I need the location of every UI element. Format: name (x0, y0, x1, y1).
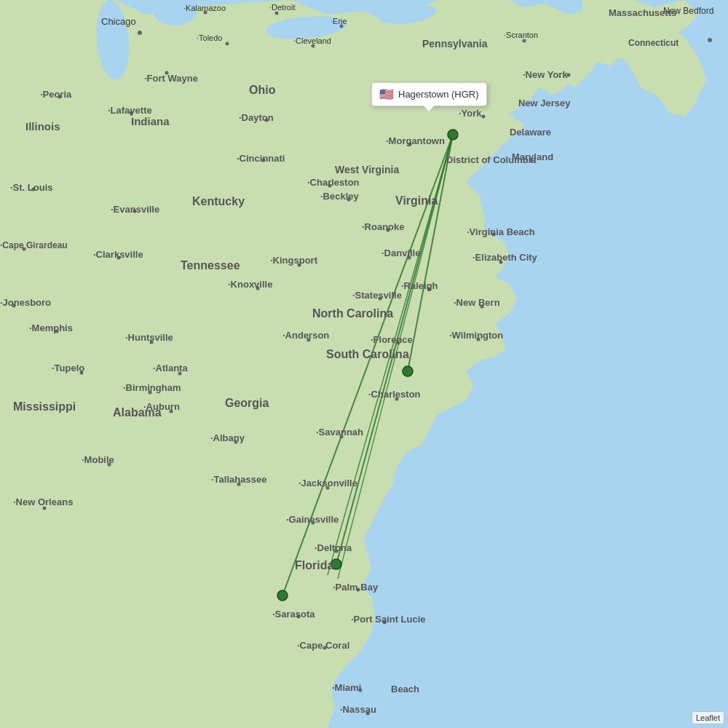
tooltip-text: Hagerstown (HGR) (398, 89, 479, 100)
svg-point-42 (395, 397, 399, 401)
svg-point-50 (326, 486, 330, 490)
svg-point-15 (138, 31, 142, 35)
svg-point-68 (408, 143, 412, 146)
svg-point-54 (297, 615, 301, 619)
svg-point-57 (359, 689, 363, 692)
svg-point-41 (178, 372, 182, 376)
svg-point-27 (262, 159, 266, 162)
leaflet-attribution: Leaflet (692, 711, 724, 724)
svg-point-13 (331, 559, 341, 569)
svg-point-62 (133, 210, 137, 213)
flag-icon: 🇺🇸 (379, 87, 394, 101)
svg-point-36 (477, 338, 480, 341)
svg-point-60 (499, 261, 503, 264)
svg-point-66 (80, 371, 84, 375)
svg-point-61 (32, 188, 36, 191)
svg-point-16 (708, 38, 712, 42)
svg-point-33 (427, 288, 431, 291)
svg-point-22 (523, 39, 526, 43)
svg-point-65 (12, 304, 16, 308)
svg-point-44 (170, 410, 173, 414)
svg-point-20 (226, 42, 229, 46)
svg-point-26 (130, 111, 133, 115)
svg-point-28 (328, 184, 332, 188)
svg-point-56 (323, 646, 327, 650)
svg-point-70 (567, 74, 571, 77)
svg-point-46 (340, 435, 344, 439)
map-container: Chicago New Bedford ·Kalamazoo ·Detroit … (0, 0, 728, 728)
svg-point-52 (335, 550, 339, 553)
svg-point-35 (379, 297, 382, 301)
svg-point-11 (448, 130, 458, 140)
svg-point-51 (312, 521, 315, 525)
svg-point-47 (108, 463, 111, 467)
svg-point-58 (366, 712, 370, 716)
map-svg (0, 0, 728, 728)
svg-point-23 (165, 71, 169, 75)
svg-point-21 (312, 44, 315, 48)
svg-point-29 (387, 229, 390, 232)
svg-point-37 (307, 339, 311, 342)
svg-point-49 (43, 507, 47, 510)
svg-point-17 (204, 11, 207, 15)
svg-point-38 (397, 341, 400, 345)
svg-point-53 (357, 588, 360, 592)
svg-point-48 (237, 483, 241, 486)
svg-point-67 (347, 198, 351, 202)
svg-point-63 (23, 248, 26, 251)
svg-point-69 (482, 115, 486, 119)
svg-point-45 (234, 440, 238, 444)
svg-point-25 (265, 119, 269, 122)
svg-point-64 (117, 256, 121, 260)
svg-point-34 (480, 305, 484, 309)
svg-point-30 (408, 256, 411, 260)
svg-point-12 (403, 366, 413, 376)
svg-point-19 (340, 25, 344, 28)
svg-point-32 (256, 287, 260, 290)
svg-point-55 (383, 621, 387, 625)
hagerstown-tooltip: 🇺🇸 Hagerstown (HGR) (371, 82, 487, 106)
svg-point-18 (275, 12, 279, 15)
svg-point-59 (492, 233, 496, 237)
svg-point-39 (55, 330, 59, 333)
svg-point-31 (298, 264, 301, 267)
svg-point-40 (150, 341, 154, 344)
svg-point-43 (149, 391, 152, 395)
svg-point-14 (277, 590, 288, 601)
svg-point-24 (58, 95, 62, 99)
